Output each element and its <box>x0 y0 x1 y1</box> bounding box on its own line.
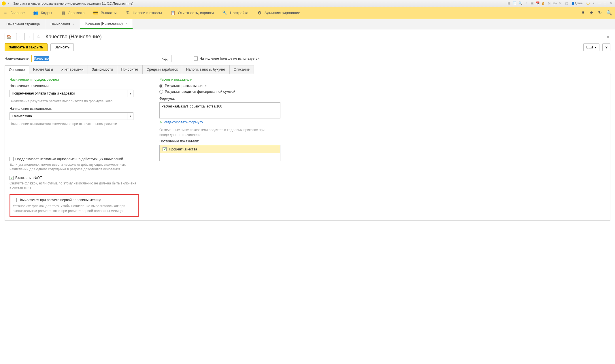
chevron-down-icon: ▾ <box>595 45 596 49</box>
close-window-icon[interactable]: ✕ <box>609 1 613 6</box>
nav-otchet-label: Отчетность, справки <box>178 11 214 15</box>
radio-fixed[interactable] <box>159 90 163 94</box>
radio-calculated[interactable] <box>159 84 163 88</box>
nav-vyplaty[interactable]: 💳Выплаты <box>93 10 117 16</box>
subtab-sredniy[interactable]: Средний заработок <box>142 65 182 74</box>
first-half-checkbox[interactable] <box>13 198 17 202</box>
page-close-icon[interactable]: × <box>607 34 610 39</box>
radio-fixed-label: Результат вводится фиксированной суммой <box>165 90 235 94</box>
m-icon[interactable]: M <box>547 1 552 6</box>
nav-kadry-label: Кадры <box>41 11 52 15</box>
nav-arrows: ← → <box>16 33 33 40</box>
fot-checkbox[interactable]: ✔ <box>10 176 14 180</box>
multi-checkbox[interactable] <box>10 157 14 161</box>
m-plus-icon[interactable]: M+ <box>553 1 557 6</box>
m-minus-icon[interactable]: M- <box>559 1 563 6</box>
nav-nastroyka[interactable]: 🔧Настройка <box>222 10 248 16</box>
indicator-checkbox[interactable]: ✔ <box>163 147 167 151</box>
search-icon[interactable]: 🔍 <box>606 10 612 16</box>
name-code-row: Наименование: Качество Код: Начисление б… <box>0 55 615 65</box>
calendar-icon[interactable]: 📅 <box>535 1 540 6</box>
tb-icon-2[interactable]: 📄 <box>512 1 517 6</box>
user-label[interactable]: 👤 Админ <box>570 1 585 6</box>
page-star-icon[interactable]: ☆ <box>36 33 43 40</box>
radio-calculated-label: Результат рассчитывается <box>165 84 207 88</box>
menu-icon: ≡ <box>3 10 8 16</box>
minimize-icon[interactable]: — <box>597 1 602 6</box>
purpose-input[interactable] <box>10 90 127 97</box>
grid-icon: ▦ <box>61 10 66 16</box>
subtab-nalogi[interactable]: Налоги, взносы, бухучет <box>182 65 230 74</box>
nav-kadry[interactable]: 👥Кадры <box>33 10 52 16</box>
content: Назначение и порядок расчета Назначение … <box>5 74 610 221</box>
doc-tab-kachestvo-label: Качество (Начисление) <box>85 22 123 26</box>
doc-tab-kachestvo[interactable]: Качество (Начисление)× <box>80 19 133 29</box>
dropdown-icon[interactable]: ▾ <box>591 1 596 6</box>
nav-main[interactable]: ≡Главное <box>3 10 25 16</box>
doc-tab-start[interactable]: Начальная страница <box>1 19 45 29</box>
subtab-uchet-vremeni[interactable]: Учет времени <box>57 65 88 74</box>
close-icon[interactable]: × <box>126 22 127 25</box>
save-button[interactable]: Записать <box>50 43 74 51</box>
inactive-label: Начисление больше не используется <box>199 56 259 61</box>
home-button[interactable]: 🏠 <box>5 33 13 40</box>
back-button[interactable]: ← <box>16 33 25 40</box>
maximize-icon[interactable]: ☐ <box>603 1 608 6</box>
star-icon[interactable]: ☆ <box>524 1 529 6</box>
close-icon[interactable]: × <box>73 22 75 26</box>
subtab-prioritet[interactable]: Приоритет <box>117 65 143 74</box>
nav-otchet[interactable]: 📋Отчетность, справки <box>171 10 214 16</box>
edit-formula-link[interactable]: ✎ Редактировать формулу <box>159 120 280 124</box>
chevron-down-icon[interactable]: ▾ <box>127 90 133 97</box>
help-button[interactable]: ? <box>602 43 610 51</box>
save-close-button[interactable]: Записать и закрыть <box>5 43 48 51</box>
app-menu-dropdown-icon[interactable]: ▼ <box>7 2 10 5</box>
nav-zarplata-label: Зарплата <box>68 11 85 15</box>
tb-icon-3[interactable]: 🔍 <box>518 1 523 6</box>
indicators-box: ✔ ПроцентКачества <box>159 145 280 161</box>
code-input[interactable] <box>171 55 189 62</box>
tb-icon-1[interactable]: ▦ <box>507 1 511 6</box>
multi-hint: Если установлено, можно ввести несколько… <box>10 162 136 172</box>
tb-icon-5[interactable]: ▣ <box>530 1 534 6</box>
radio-fixed-row: Результат вводится фиксированной суммой <box>159 90 280 94</box>
purpose-dropdown[interactable]: ▾ <box>10 90 133 97</box>
info-icon[interactable]: ⓘ <box>586 1 590 6</box>
radio-calc-row: Результат рассчитывается <box>159 84 280 88</box>
pencil-icon: ✎ <box>159 120 162 124</box>
inactive-checkbox[interactable] <box>194 56 198 61</box>
indicator-row[interactable]: ✔ ПроцентКачества <box>160 145 280 153</box>
subtab-opisanie[interactable]: Описание <box>229 65 254 74</box>
doc-tab-nachisleniya[interactable]: Начисления× <box>45 19 80 29</box>
formula-field[interactable]: РасчетнаяБаза*ПроцентКачества/100 <box>159 102 280 118</box>
history-icon[interactable]: ↻ <box>598 10 602 16</box>
doc-tab-start-label: Начальная страница <box>6 22 40 26</box>
edit-formula-label: Редактировать формулу <box>164 120 203 124</box>
chevron-down-icon[interactable]: ▾ <box>127 112 133 120</box>
nav-nalogi-label: Налоги и взносы <box>133 11 162 15</box>
exec-input[interactable] <box>10 112 127 120</box>
doc-tab-nachisleniya-label: Начисления <box>50 22 70 26</box>
calc-icon[interactable]: 🗓 <box>541 1 546 6</box>
more-button[interactable]: Еще▾ <box>583 43 599 51</box>
apps-icon[interactable]: ⠿ <box>581 10 585 16</box>
name-input[interactable]: Качество <box>31 55 155 62</box>
nav-main-label: Главное <box>10 11 25 15</box>
code-label: Код: <box>162 56 169 61</box>
nav-vyplaty-label: Выплаты <box>101 11 117 15</box>
nav-admin[interactable]: ⚙Администрирование <box>257 10 300 16</box>
exec-dropdown[interactable]: ▾ <box>10 112 133 120</box>
nav-nalogi[interactable]: ％Налоги и взносы <box>125 10 162 16</box>
fav-star-icon[interactable]: ★ <box>589 10 593 16</box>
page-header: 🏠 ← → ☆ Качество (Начисление) × <box>0 29 615 43</box>
subtab-raschet-bazy[interactable]: Расчет базы <box>29 65 57 74</box>
panel-icon[interactable]: ▢ <box>564 1 569 6</box>
nav-zarplata[interactable]: ▦Зарплата <box>61 10 85 16</box>
section-calc-title: Расчет и показатели <box>159 78 280 82</box>
subtab-zavisimosti[interactable]: Зависимости <box>88 65 117 74</box>
indicator-empty-row <box>160 153 280 161</box>
subtab-osnovnoe[interactable]: Основное <box>5 65 29 74</box>
forward-button[interactable]: → <box>25 33 33 40</box>
name-input-value: Качество <box>34 56 50 61</box>
fot-checkbox-row: ✔ Включать в ФОТ <box>10 176 148 180</box>
